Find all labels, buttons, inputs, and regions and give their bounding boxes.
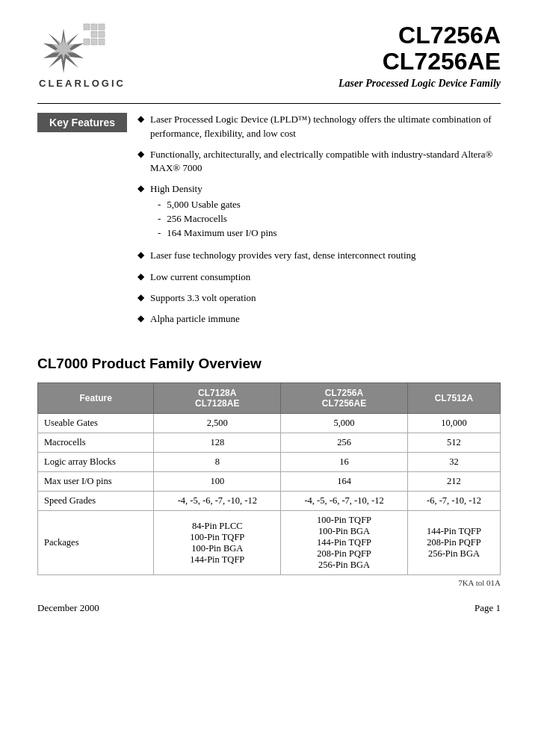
svg-rect-4 — [99, 31, 105, 37]
logo-text: CLEARLOGIC — [39, 78, 126, 89]
sub-item-3-2: - 256 Macrocells — [158, 213, 277, 225]
bullet-diamond-3: ◆ — [137, 183, 144, 194]
svg-rect-5 — [84, 39, 90, 45]
cell-speed-grades-cl7512: -6, -7, -10, -12 — [407, 492, 500, 511]
col-header-feature: Feature — [38, 383, 154, 414]
feature-text-3: High Density — [150, 183, 202, 194]
bullet-diamond-5: ◆ — [137, 271, 144, 282]
footer-page: Page 1 — [474, 602, 501, 614]
table-row: Max user I/O pins 100 164 212 — [38, 472, 501, 492]
bullet-diamond-6: ◆ — [137, 292, 144, 303]
cell-useable-gates-cl7128: 2,500 — [154, 414, 281, 433]
product-name: CL7256A CL7256AE — [338, 22, 501, 75]
row-label-logic-blocks: Logic array Blocks — [38, 453, 154, 472]
overview-title: CL7000 Product Family Overview — [37, 356, 501, 372]
sub-item-3-1: - 5,000 Usable gates — [158, 199, 277, 211]
feature-item-4: ◆ Laser fuse technology provides very fa… — [137, 249, 501, 262]
cell-logic-blocks-cl7512: 32 — [407, 453, 500, 472]
cell-speed-grades-cl7128: -4, -5, -6, -7, -10, -12 — [154, 492, 281, 511]
row-label-speed-grades: Speed Grades — [38, 492, 154, 511]
product-subtitle: Laser Processed Logic Device Family — [338, 78, 501, 90]
cell-io-pins-cl7128: 100 — [154, 472, 281, 492]
table-reference: 7KA tol 01A — [37, 578, 501, 587]
sub-text-3-2: 256 Macrocells — [167, 213, 227, 225]
table-row: Macrocells 128 256 512 — [38, 433, 501, 453]
cell-packages-cl7256: 100-Pin TQFP 100-Pin BGA 144-Pin TQFP 20… — [281, 511, 408, 575]
table-row: Packages 84-Pin PLCC 100-Pin TQFP 100-Pi… — [38, 511, 501, 575]
col-header-cl7128: CL7128ACL7128AE — [154, 383, 281, 414]
page-header: CLEARLOGIC CL7256A CL7256AE Laser Proces… — [37, 22, 501, 90]
feature-item-3: ◆ High Density - 5,000 Usable gates - 25… — [137, 182, 501, 241]
row-label-io-pins: Max user I/O pins — [38, 472, 154, 492]
key-features-label: Key Features — [37, 113, 127, 132]
overview-section: CL7000 Product Family Overview Feature C… — [37, 356, 501, 587]
cell-io-pins-cl7512: 212 — [407, 472, 500, 492]
sub-dash-3-3: - — [158, 227, 161, 239]
feature-text-5: Low current consumption — [150, 270, 250, 284]
page-footer: December 2000 Page 1 — [37, 602, 501, 614]
product-title: CL7256A CL7256AE Laser Processed Logic D… — [338, 22, 501, 90]
sub-dash-3-1: - — [158, 199, 161, 211]
cell-useable-gates-cl7512: 10,000 — [407, 414, 500, 433]
cell-useable-gates-cl7256: 5,000 — [281, 414, 408, 433]
cell-macrocells-cl7512: 512 — [407, 433, 500, 453]
clearlogic-logo-icon — [37, 22, 127, 75]
key-features-section: Key Features ◆ Laser Processed Logic Dev… — [37, 113, 501, 333]
svg-rect-7 — [99, 39, 105, 45]
cell-packages-cl7128: 84-Pin PLCC 100-Pin TQFP 100-Pin BGA 144… — [154, 511, 281, 575]
sub-item-3-3: - 164 Maximum user I/O pins — [158, 227, 277, 239]
sub-dash-3-2: - — [158, 213, 161, 225]
cell-speed-grades-cl7256: -4, -5, -6, -7, -10, -12 — [281, 492, 408, 511]
svg-rect-2 — [99, 24, 105, 30]
sub-text-3-1: 5,000 Usable gates — [167, 199, 241, 211]
cell-logic-blocks-cl7128: 8 — [154, 453, 281, 472]
cell-macrocells-cl7256: 256 — [281, 433, 408, 453]
svg-rect-1 — [91, 24, 97, 30]
feature-item-2: ◆ Functionally, architecturally, and ele… — [137, 148, 501, 175]
row-label-macrocells: Macrocells — [38, 433, 154, 453]
cell-io-pins-cl7256: 164 — [281, 472, 408, 492]
cell-packages-cl7512: 144-Pin TQFP 208-Pin PQFP 256-Pin BGA — [407, 511, 500, 575]
product-table: Feature CL7128ACL7128AE CL7256ACL7256AE … — [37, 382, 501, 575]
header-divider — [37, 103, 501, 104]
feature-text-1: Laser Processed Logic Device (LPLD™) tec… — [150, 113, 501, 140]
bullet-diamond-4: ◆ — [137, 250, 144, 261]
sub-list-3: - 5,000 Usable gates - 256 Macrocells - … — [158, 199, 277, 239]
col-header-cl7512: CL7512A — [407, 383, 500, 414]
bullet-diamond-2: ◆ — [137, 149, 144, 160]
feature-item-5: ◆ Low current consumption — [137, 270, 501, 284]
feature-text-6: Supports 3.3 volt operation — [150, 291, 256, 305]
sub-text-3-3: 164 Maximum user I/O pins — [167, 227, 276, 239]
svg-rect-6 — [91, 39, 97, 45]
logo-area: CLEARLOGIC — [37, 22, 127, 89]
row-label-packages: Packages — [38, 511, 154, 575]
cell-macrocells-cl7128: 128 — [154, 433, 281, 453]
svg-rect-3 — [91, 31, 97, 37]
row-label-useable-gates: Useable Gates — [38, 414, 154, 433]
feature-item-1: ◆ Laser Processed Logic Device (LPLD™) t… — [137, 113, 501, 140]
table-header-row: Feature CL7128ACL7128AE CL7256ACL7256AE … — [38, 383, 501, 414]
table-row: Speed Grades -4, -5, -6, -7, -10, -12 -4… — [38, 492, 501, 511]
feature-text-7: Alpha particle immune — [150, 312, 240, 326]
bullet-diamond-1: ◆ — [137, 114, 144, 125]
footer-date: December 2000 — [37, 602, 99, 614]
features-list: ◆ Laser Processed Logic Device (LPLD™) t… — [137, 113, 501, 333]
col-header-cl7256: CL7256ACL7256AE — [281, 383, 408, 414]
feature-item-7: ◆ Alpha particle immune — [137, 312, 501, 326]
feature-item-6: ◆ Supports 3.3 volt operation — [137, 291, 501, 305]
svg-rect-0 — [84, 24, 90, 30]
feature-text-2: Functionally, architecturally, and elect… — [150, 148, 501, 175]
cell-logic-blocks-cl7256: 16 — [281, 453, 408, 472]
table-row: Logic array Blocks 8 16 32 — [38, 453, 501, 472]
table-row: Useable Gates 2,500 5,000 10,000 — [38, 414, 501, 433]
feature-text-4: Laser fuse technology provides very fast… — [150, 249, 416, 262]
bullet-diamond-7: ◆ — [137, 313, 144, 324]
